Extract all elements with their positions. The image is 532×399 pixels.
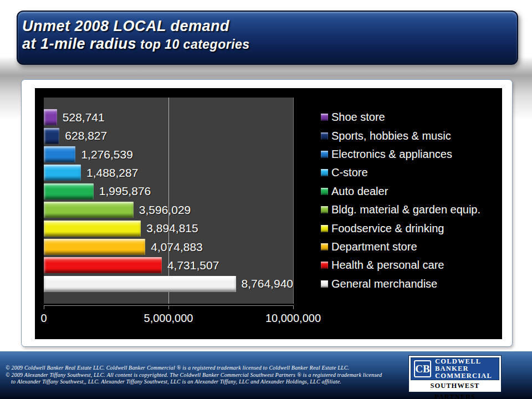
logo-brand-text: COLDWELL BANKER COMMERCIAL [435, 358, 492, 380]
bar-sports-hobbies-music [44, 128, 59, 144]
x-tick [44, 305, 44, 309]
legend-label: Sports, hobbies & music [331, 130, 451, 142]
bar-row-sports-hobbies-music: 628,827 [44, 126, 293, 145]
plot-area: 528,741628,8271,276,5391,488,2871,995,87… [44, 98, 293, 304]
legend-color-swatch-icon [321, 243, 328, 250]
bar-row-foodservice-drinking: 3,894,815 [44, 219, 293, 237]
legend-item-health-personal-care: Health & personal care [321, 256, 498, 274]
legend-label: Electronics & appliances [331, 148, 452, 161]
bar-health-personal-care [44, 257, 162, 273]
bar-series: 528,741628,8271,276,5391,488,2871,995,87… [44, 98, 293, 304]
bar-row-auto-dealer: 1,995,876 [44, 182, 293, 201]
legend-color-swatch-icon [321, 132, 328, 140]
x-tick-label: 10,000,000 [265, 312, 321, 325]
bar-row-shoe-store: 528,741 [44, 108, 293, 126]
slide-title-line1: Unmet 2008 LOCAL demand [22, 17, 517, 35]
bar-bldg-material-garden-equip [44, 202, 134, 218]
slide-title-line2-small: top 10 categories [136, 37, 250, 52]
bar-row-health-personal-care: 4,731,507 [44, 256, 293, 274]
legend-item-bldg-material-garden-equip: Bldg. material & garden equip. [321, 201, 498, 219]
bar-shoe-store [44, 109, 57, 125]
bar-row-electronics-appliances: 1,276,539 [44, 145, 293, 163]
legend-color-swatch-icon [321, 169, 328, 176]
slide-title-line2: at 1-mile radius top 10 categories [22, 35, 517, 53]
bar-row-general-merchandise: 8,764,940 [44, 275, 293, 293]
legend-label: Bldg. material & garden equip. [331, 203, 480, 216]
bar-row-c-store: 1,488,287 [44, 163, 293, 182]
bar-value-label: 8,764,940 [242, 277, 293, 290]
legend-label: Shoe store [331, 111, 385, 124]
copyright-line-3: to Alexander Tiffany Southwest,, LLC. Al… [6, 378, 382, 386]
bar-general-merchandise [44, 276, 236, 292]
bar-electronics-appliances [44, 146, 75, 162]
copyright-line-2: © 2009 Alexander Tiffany Southwest, LLC.… [6, 372, 382, 379]
bar-value-label: 628,827 [65, 129, 107, 142]
bar-value-label: 1,276,539 [81, 148, 132, 161]
legend-item-general-merchandise: General merchandise [321, 275, 498, 293]
logo-brand-line3: COMMERCIAL [435, 372, 492, 380]
logo-subtitle: SOUTHWEST PARTNERS [411, 380, 499, 391]
x-tick-label: 0 [40, 312, 47, 325]
bar-value-label: 528,741 [63, 111, 105, 124]
legend-color-swatch-icon [321, 188, 328, 195]
legend-item-shoe-store: Shoe store [321, 108, 498, 126]
bar-c-store [44, 165, 81, 181]
x-axis-labels: 05,000,00010,000,000 [44, 312, 293, 326]
slide: Unmet 2008 LOCAL demand at 1-mile radius… [0, 0, 532, 399]
gridline-10m [293, 98, 294, 304]
legend-label: Auto dealer [331, 185, 388, 198]
copyright-text: © 2009 Coldwell Banker Real Estate LLC. … [6, 365, 382, 386]
legend-color-swatch-icon [321, 280, 328, 288]
legend-color-swatch-icon [321, 225, 328, 232]
legend-color-swatch-icon [321, 114, 328, 121]
bar-value-label: 1,995,876 [99, 185, 151, 198]
coldwell-banker-logo: CB COLDWELL BANKER COMMERCIAL SOUTHWEST … [408, 355, 502, 392]
legend-item-sports-hobbies-music: Sports, hobbies & music [321, 126, 498, 145]
copyright-line-1: © 2009 Coldwell Banker Real Estate LLC. … [6, 365, 382, 372]
bar-value-label: 3,894,815 [146, 222, 198, 235]
bar-department-store [44, 239, 145, 255]
bar-auto-dealer [44, 183, 94, 200]
title-banner: Unmet 2008 LOCAL demand at 1-mile radius… [17, 11, 518, 65]
legend-item-electronics-appliances: Electronics & appliances [321, 145, 498, 163]
legend-label: Health & personal care [331, 259, 444, 272]
legend-item-department-store: Department store [321, 238, 498, 256]
legend-label: C-store [331, 166, 368, 179]
bar-value-label: 4,074,883 [151, 241, 202, 254]
x-tick [168, 305, 169, 309]
bar-row-department-store: 4,074,883 [44, 238, 293, 256]
bar-row-bldg-material-garden-equip: 3,596,029 [44, 201, 293, 219]
legend-item-foodservice-drinking: Foodservice & drinking [321, 219, 498, 237]
legend-color-swatch-icon [321, 206, 328, 213]
legend-label: General merchandise [331, 278, 437, 290]
legend-label: Foodservice & drinking [331, 222, 444, 235]
bar-value-label: 4,731,507 [167, 259, 219, 272]
legend-item-c-store: C-store [321, 163, 498, 182]
legend-color-swatch-icon [321, 151, 328, 158]
x-tick [293, 305, 294, 309]
bar-value-label: 3,596,029 [139, 203, 191, 217]
chart-canvas: 528,741628,8271,276,5391,488,2871,995,87… [35, 88, 502, 339]
bar-foodservice-drinking [44, 221, 141, 237]
x-tick-label: 5,000,000 [144, 312, 193, 325]
slide-title-line2-large: at 1-mile radius [22, 35, 136, 52]
legend-label: Department store [331, 241, 417, 253]
chart-legend: Shoe storeSports, hobbies & musicElectro… [321, 98, 498, 304]
legend-item-auto-dealer: Auto dealer [321, 182, 498, 201]
cb-monogram-icon: CB [414, 360, 431, 377]
legend-color-swatch-icon [321, 262, 328, 269]
logo-blue-field: CB COLDWELL BANKER COMMERCIAL [411, 357, 499, 380]
chart-panel: 528,741628,8271,276,5391,488,2871,995,87… [21, 79, 513, 347]
bar-value-label: 1,488,287 [86, 166, 138, 180]
